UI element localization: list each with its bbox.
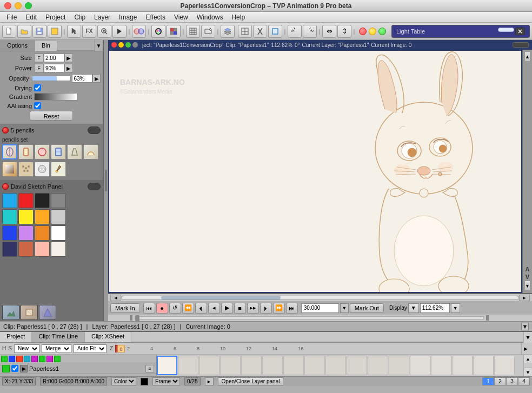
status-expand[interactable]: ▼ <box>521 323 529 330</box>
opacity-arrow[interactable]: ▶ <box>92 74 101 83</box>
color-swatch-2[interactable] <box>18 193 34 208</box>
stop-button[interactable]: ■ <box>234 303 246 314</box>
light-table-slider[interactable] <box>498 28 514 32</box>
frame-4[interactable] <box>241 356 262 375</box>
menu-project[interactable]: Project <box>41 12 70 22</box>
menu-clip[interactable]: Clip <box>70 12 90 22</box>
menu-edit[interactable]: Edit <box>21 12 41 22</box>
frames-scroll-down[interactable]: ▼ <box>524 368 532 376</box>
skip-back-button[interactable]: ⏴ <box>195 303 207 314</box>
pencil-5[interactable] <box>67 144 82 159</box>
color-swatch-5[interactable] <box>2 209 17 224</box>
new-layer-select[interactable]: New <box>14 344 39 353</box>
layer-color-green[interactable] <box>1 356 8 362</box>
scroll-right-btn[interactable]: ► <box>519 295 530 301</box>
new-button[interactable] <box>2 25 16 38</box>
tab-options[interactable]: Options <box>0 40 35 51</box>
panel-expand-btn[interactable]: ▼ <box>523 332 532 343</box>
color-picker[interactable] <box>167 25 181 38</box>
page-2-btn[interactable]: 2 <box>494 377 506 385</box>
canvas-scroll-up[interactable]: ▲ <box>525 52 530 62</box>
layer-color-magenta[interactable] <box>31 356 38 362</box>
prev-frame-button[interactable]: ⏪ <box>182 303 194 314</box>
timeline-scroll-right[interactable]: ► <box>521 343 530 354</box>
menu-effects[interactable]: Effects <box>141 12 169 22</box>
color-mode-select[interactable]: Color <box>111 377 136 385</box>
canvas-info-toggle[interactable] <box>513 42 529 48</box>
save-button[interactable] <box>32 25 46 38</box>
drying-checkbox[interactable] <box>34 84 41 91</box>
layer-expand-icon[interactable]: ▶ <box>20 365 28 372</box>
minimize-button[interactable] <box>15 2 22 9</box>
reset-button[interactable]: Reset <box>30 111 73 121</box>
frame-7[interactable] <box>304 356 325 375</box>
fast-forward-button[interactable]: ⏵ <box>260 303 272 314</box>
frames-area[interactable] <box>157 355 523 376</box>
color-swatch-11[interactable] <box>35 225 50 241</box>
power-input[interactable] <box>44 64 64 72</box>
power-arrow[interactable]: ▶ <box>64 64 73 72</box>
color-swatch-16[interactable] <box>51 242 66 257</box>
onion-skin-button[interactable] <box>132 25 146 38</box>
play-pause-button[interactable]: ▶ <box>221 303 233 314</box>
rotate-right[interactable] <box>303 25 317 38</box>
camera-button[interactable] <box>201 25 215 38</box>
mini-tool-1[interactable] <box>2 305 19 320</box>
layer-checkbox[interactable] <box>11 365 18 372</box>
frame-scroll-btn[interactable]: ► <box>205 377 214 385</box>
zoom-button[interactable] <box>97 25 111 38</box>
mini-tool-2[interactable] <box>21 305 38 320</box>
fx-button[interactable]: FX <box>82 25 96 38</box>
frame-10[interactable] <box>368 356 388 375</box>
layer-visibility-box[interactable] <box>2 365 10 372</box>
frame-1[interactable] <box>178 356 198 375</box>
color-swatch-9[interactable] <box>2 225 17 241</box>
menu-windows[interactable]: Windows <box>192 12 228 22</box>
color-wheel[interactable] <box>151 25 165 38</box>
menu-view[interactable]: View <box>170 12 192 22</box>
frame-5[interactable] <box>262 356 283 375</box>
display-dropdown[interactable]: ▼ <box>408 303 419 313</box>
layer-color-green2[interactable] <box>39 356 45 362</box>
frame-13[interactable] <box>431 356 451 375</box>
pencil-6[interactable] <box>83 144 98 159</box>
maximize-button[interactable] <box>25 2 32 9</box>
tool-dropper[interactable] <box>51 162 66 177</box>
menu-image[interactable]: Image <box>115 12 141 22</box>
canvas-wrapper[interactable]: BARNAS-ARK.NO ©Salamanders Media <box>109 51 521 292</box>
mini-tool-3[interactable] <box>39 305 56 320</box>
close-button[interactable] <box>4 2 11 9</box>
grid-toggle2[interactable] <box>253 25 267 38</box>
canvas-scroll-down[interactable]: ▼ <box>525 281 530 291</box>
flip-h[interactable]: ⇔ <box>322 25 336 38</box>
next-frame-button[interactable]: ⏩ <box>273 303 285 314</box>
frame-type-select[interactable]: Frame <box>152 377 180 385</box>
record-button[interactable]: ● <box>156 303 168 314</box>
step-back-button[interactable]: ◂ <box>208 303 220 314</box>
pencils-toggle[interactable] <box>88 126 101 134</box>
export-button[interactable] <box>48 25 62 38</box>
timeline-scrollbar[interactable] <box>121 296 519 300</box>
menu-layer[interactable]: Layer <box>90 12 115 22</box>
tab-xsheet[interactable]: Clip: XSheet <box>85 332 131 342</box>
frame-6[interactable] <box>283 356 304 375</box>
pencil-1[interactable] <box>2 144 17 159</box>
pencil-2[interactable] <box>18 144 34 159</box>
layer-button[interactable] <box>221 25 235 38</box>
tab-project[interactable]: Project <box>0 332 32 342</box>
auto-fit-select[interactable]: Auto Fit <box>74 344 107 353</box>
color-swatch-3[interactable] <box>35 193 50 208</box>
color-swatch-14[interactable] <box>18 242 34 257</box>
frame-0[interactable] <box>157 356 177 375</box>
layer-options-btn[interactable]: ≡ <box>145 365 154 372</box>
frame-2[interactable] <box>199 356 220 375</box>
tool-gradient[interactable] <box>2 162 17 177</box>
zoom-dropdown[interactable]: ▼ <box>451 303 460 313</box>
color-swatch-15[interactable] <box>35 242 50 257</box>
pencil-4[interactable] <box>51 144 66 159</box>
color-swatch-6[interactable] <box>18 209 34 224</box>
layer-color-magenta2[interactable] <box>46 356 53 362</box>
end-button[interactable]: ⏭ <box>286 303 298 314</box>
flip-v[interactable]: ⇕ <box>337 25 351 38</box>
select-tool[interactable] <box>67 25 81 38</box>
